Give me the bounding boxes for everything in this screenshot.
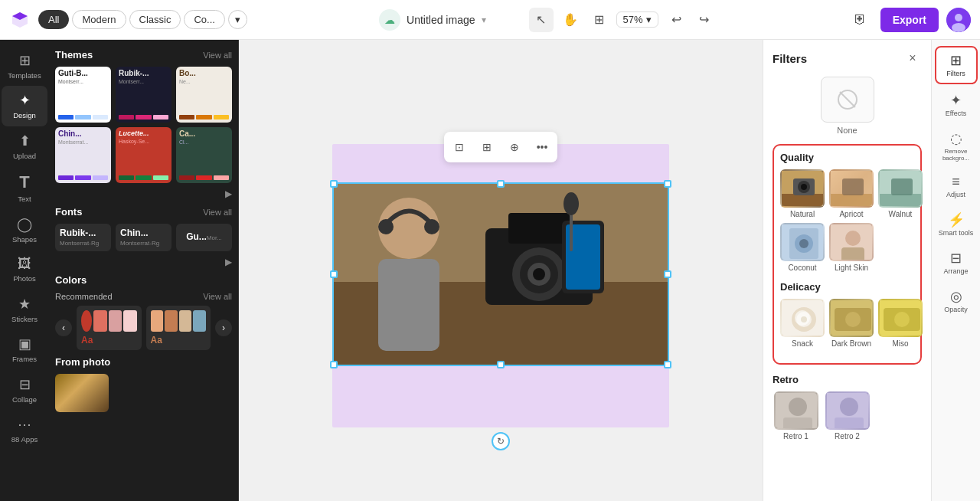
theme-card-lucette[interactable]: Lucette... Haskoy-Se... xyxy=(116,127,172,183)
theme-card-bo[interactable]: Bo... Ne... xyxy=(176,67,232,123)
right-icon-smart-tools[interactable]: ⚡ Smart tools xyxy=(935,207,978,242)
undo-btn[interactable]: ↩ xyxy=(665,8,689,32)
tab-classic[interactable]: Classic xyxy=(129,10,181,29)
filter-coconut[interactable]: Coconut xyxy=(780,223,825,272)
svg-rect-17 xyxy=(378,259,439,351)
right-icon-opacity[interactable]: ◎ Opacity xyxy=(935,283,978,319)
theme-card-rubik[interactable]: Rubik-... Montserr... xyxy=(116,67,172,123)
sidebar-label-text: Text xyxy=(18,195,31,203)
sidebar-label-stickers: Stickers xyxy=(11,316,38,323)
filter-thumb-walnut xyxy=(878,169,923,208)
cursor-tool-btn[interactable]: ↖ xyxy=(529,8,554,32)
fonts-next-btn[interactable]: ▶ xyxy=(225,257,232,267)
filter-label-walnut: Walnut xyxy=(889,210,913,218)
right-icon-label-filters: Filters xyxy=(946,70,965,78)
opacity-sidebar-icon: ◎ xyxy=(950,288,962,305)
theme-card-ca[interactable]: Ca... Cl... xyxy=(176,127,232,183)
hand-tool-btn[interactable]: ✋ xyxy=(558,8,583,32)
filter-darkbrown[interactable]: Dark Brown xyxy=(829,299,874,348)
sidebar-label-design: Design xyxy=(13,112,36,120)
tab-modern[interactable]: Modern xyxy=(72,10,126,29)
svg-rect-31 xyxy=(880,194,923,208)
right-icon-remove-bg[interactable]: ◌ Remove backgro... xyxy=(935,126,978,167)
svg-point-11 xyxy=(533,268,545,280)
canvas-more-btn[interactable]: ••• xyxy=(530,135,554,159)
photo-thumb-1[interactable] xyxy=(55,374,109,412)
tab-all[interactable]: All xyxy=(38,10,69,29)
canvas-image[interactable] xyxy=(332,182,669,366)
font-sub-1: Montserrat-Rg xyxy=(60,240,106,247)
font-card-rubik[interactable]: Rubik-... Montserrat-Rg xyxy=(55,224,111,251)
canvas-tools: ↖ ✋ ⊞ 57% ▾ xyxy=(529,8,658,32)
delicacy-title: Delicacy xyxy=(780,281,914,293)
tab-more[interactable]: ▾ xyxy=(228,10,247,29)
sidebar-item-collage[interactable]: ⊟ Collage xyxy=(2,370,47,410)
font-card-more[interactable]: Gu... Mor... xyxy=(176,224,232,251)
fonts-title: Fonts xyxy=(55,206,82,218)
svg-point-46 xyxy=(845,312,861,327)
export-btn[interactable]: Export xyxy=(880,8,939,32)
none-filter-box[interactable] xyxy=(821,77,874,123)
theme-card-chin[interactable]: Chin... Montserrat... xyxy=(55,127,111,183)
filter-retro2[interactable]: Retro 2 xyxy=(824,391,871,440)
filter-lightskin[interactable]: Light Skin xyxy=(829,223,874,272)
sidebar-item-apps[interactable]: ⋯ 88 Apps xyxy=(2,410,47,450)
right-icon-arrange[interactable]: ⊟ Arrange xyxy=(935,245,978,280)
rotate-handle[interactable]: ↻ xyxy=(492,432,510,450)
filters-close-btn[interactable]: × xyxy=(903,49,922,67)
design-icon: ✦ xyxy=(19,92,31,109)
sidebar-item-text[interactable]: T Text xyxy=(2,166,47,209)
sidebar-item-design[interactable]: ✦ Design xyxy=(2,86,47,126)
canvas-copy-btn[interactable]: ⊕ xyxy=(502,135,527,159)
zoom-control[interactable]: 57% ▾ xyxy=(616,11,658,28)
svg-rect-23 xyxy=(782,194,825,208)
sidebar-item-templates[interactable]: ⊞ Templates xyxy=(2,46,47,86)
sidebar-item-stickers[interactable]: ★ Stickers xyxy=(2,290,47,329)
right-icon-adjust[interactable]: ≡ Adjust xyxy=(935,169,978,204)
svg-rect-28 xyxy=(831,194,874,208)
themes-next-btn[interactable]: ▶ xyxy=(225,188,232,199)
topbar-center: ☁ Untitled image ▾ ↖ ✋ ⊞ 57% ▾ ↩ ↪ xyxy=(255,8,841,32)
font-card-chin[interactable]: Chin... Montserrat-Rg xyxy=(116,224,172,251)
tab-co[interactable]: Co... xyxy=(184,10,224,29)
sidebar-label-frames: Frames xyxy=(12,355,37,363)
filter-walnut[interactable]: Walnut xyxy=(878,169,923,218)
canvas-crop-btn[interactable]: ⊡ xyxy=(447,135,472,159)
palette-prev-btn[interactable]: ‹ xyxy=(55,319,72,336)
filter-apricot[interactable]: Apricot xyxy=(829,169,874,218)
svg-point-1 xyxy=(955,14,962,21)
redo-btn[interactable]: ↪ xyxy=(692,8,717,32)
from-photo-title: From photo xyxy=(55,356,110,368)
frames-icon: ▣ xyxy=(18,336,31,352)
sidebar-item-shapes[interactable]: ◯ Shapes xyxy=(2,210,47,250)
sidebar-item-photos[interactable]: 🖼 Photos xyxy=(2,250,47,289)
svg-point-19 xyxy=(424,219,439,234)
filter-snack[interactable]: Snack xyxy=(780,299,825,348)
svg-rect-39 xyxy=(841,247,864,261)
themes-view-all[interactable]: View all xyxy=(203,51,232,60)
right-icon-effects[interactable]: ✦ Effects xyxy=(935,87,978,123)
palette-card-1[interactable]: Aa xyxy=(77,306,142,350)
sidebar-item-frames[interactable]: ▣ Frames xyxy=(2,329,47,369)
effects-sidebar-icon: ✦ xyxy=(950,92,962,109)
theme-card-guti[interactable]: Guti-B... Montserr... xyxy=(55,67,111,123)
shield-btn[interactable]: ⛨ xyxy=(848,8,873,32)
colors-view-all[interactable]: View all xyxy=(203,292,232,301)
right-icon-label-remove-bg: Remove backgro... xyxy=(938,149,975,162)
file-menu-chevron[interactable]: ▾ xyxy=(482,15,486,25)
filter-miso[interactable]: Miso xyxy=(878,299,923,348)
sidebar-item-upload[interactable]: ⬆ Upload xyxy=(2,126,47,166)
app-logo[interactable] xyxy=(9,9,31,31)
filter-thumb-natural xyxy=(780,169,825,208)
filter-natural[interactable]: Natural xyxy=(780,169,825,218)
palette-card-2[interactable]: Aa xyxy=(146,306,211,350)
canvas-background[interactable]: Passion xyxy=(332,144,669,427)
layout-tool-btn[interactable]: ⊞ xyxy=(587,8,612,32)
palette-next-btn[interactable]: › xyxy=(215,319,232,336)
fonts-view-all[interactable]: View all xyxy=(203,208,232,217)
zoom-chevron: ▾ xyxy=(646,14,652,25)
filter-retro1[interactable]: Retro 1 xyxy=(773,391,819,440)
avatar[interactable] xyxy=(946,8,971,32)
right-icon-filters[interactable]: ⊞ Filters xyxy=(935,46,978,84)
canvas-grid-btn[interactable]: ⊞ xyxy=(475,135,499,159)
